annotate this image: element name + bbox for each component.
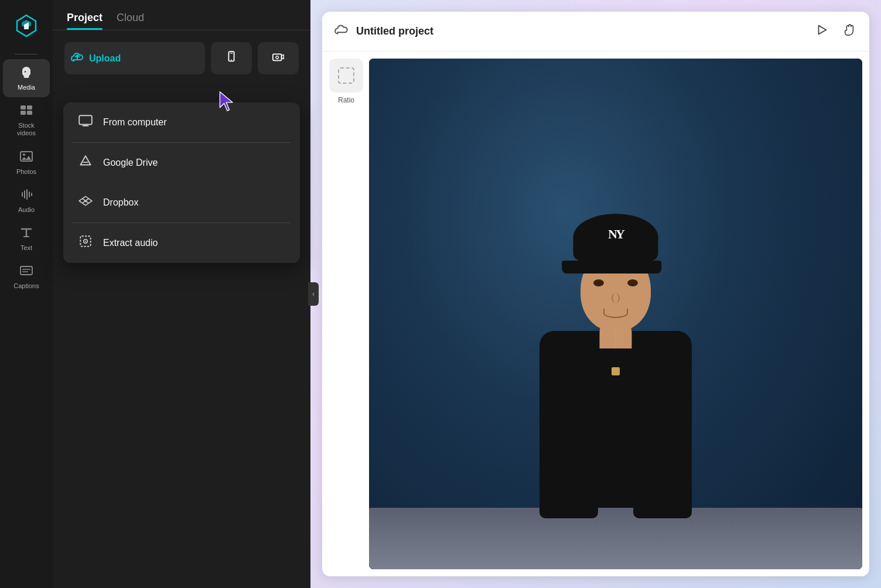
play-button[interactable] [813, 21, 831, 42]
sidebar-item-captions[interactable]: Captions [3, 258, 50, 296]
phone-button[interactable] [211, 42, 252, 74]
cap-logo: NY [608, 227, 623, 242]
person-container: NY [369, 59, 862, 569]
svg-rect-2 [21, 111, 26, 115]
arms [539, 471, 692, 518]
arm-left [539, 471, 598, 518]
video-preview-inner: NY [369, 59, 862, 569]
camera-button[interactable] [258, 42, 299, 74]
svg-rect-6 [21, 266, 32, 275]
computer-icon [77, 113, 94, 132]
dropdown-google-drive[interactable]: Google Drive [63, 143, 300, 183]
svg-rect-14 [79, 115, 92, 124]
sidebar-item-text[interactable]: Text [3, 220, 50, 258]
cap-brim [562, 261, 661, 274]
upload-button-group: Upload [53, 42, 310, 86]
captions-icon [19, 264, 33, 280]
google-drive-label: Google Drive [103, 158, 158, 168]
tab-project[interactable]: Project [67, 12, 103, 30]
upload-cloud-icon [70, 50, 84, 66]
preview-container: Untitled project [322, 12, 869, 576]
tab-divider [53, 30, 310, 30]
panel-collapse-handle[interactable]: ‹ [308, 282, 319, 306]
dropbox-icon [77, 193, 94, 212]
dropdown-from-computer[interactable]: From computer [63, 102, 300, 142]
camera-icon [272, 50, 285, 65]
preview-title: Untitled project [356, 25, 433, 37]
preview-cloud-icon [334, 22, 349, 41]
dropdown-extract-audio[interactable]: Extract audio [63, 223, 300, 263]
sidebar-item-stock-videos[interactable]: Stockvideos [3, 97, 50, 143]
preview-header: Untitled project [322, 12, 869, 52]
media-icon [19, 65, 33, 81]
phone-icon [225, 50, 238, 65]
nose [612, 293, 620, 303]
sidebar: Media Stockvideos Photos [0, 0, 53, 588]
sidebar-item-text-label: Text [21, 244, 32, 252]
google-drive-icon [77, 153, 94, 172]
svg-rect-0 [21, 105, 26, 110]
svg-point-19 [85, 241, 86, 242]
video-preview: NY [369, 59, 862, 569]
svg-point-10 [231, 60, 232, 61]
preview-header-left: Untitled project [334, 22, 433, 41]
sidebar-item-photos-label: Photos [16, 168, 36, 176]
svg-rect-12 [273, 54, 282, 60]
photos-icon [19, 149, 33, 166]
collapse-icon: ‹ [312, 290, 315, 298]
extract-audio-label: Extract audio [103, 238, 158, 248]
sidebar-item-audio[interactable]: Audio [3, 182, 50, 220]
dropbox-label: Dropbox [103, 197, 138, 208]
audio-icon [19, 187, 33, 204]
sidebar-item-audio-label: Audio [18, 206, 35, 214]
ratio-label: Ratio [338, 96, 354, 104]
svg-point-13 [276, 56, 279, 59]
cap-crown: NY [573, 214, 658, 261]
svg-rect-3 [27, 111, 32, 115]
svg-rect-1 [27, 105, 32, 110]
hand-tool-button[interactable] [840, 21, 858, 42]
from-computer-label: From computer [103, 117, 166, 128]
sidebar-item-media-label: Media [18, 84, 35, 91]
upload-dropdown: From computer Google Drive Dropbox [63, 102, 300, 263]
right-area: Untitled project [310, 0, 881, 588]
mouth [603, 309, 628, 318]
dropdown-dropbox[interactable]: Dropbox [63, 183, 300, 223]
extract-audio-icon [77, 234, 94, 252]
stock-videos-icon [19, 103, 33, 119]
upload-button-label: Upload [89, 53, 121, 64]
upload-button[interactable]: Upload [64, 42, 205, 74]
media-panel: Project Cloud Upload [53, 0, 310, 588]
sidebar-item-photos[interactable]: Photos [3, 143, 50, 182]
ratio-button[interactable] [329, 59, 363, 93]
eye-left [593, 279, 604, 286]
preview-header-right [813, 21, 858, 42]
tab-cloud[interactable]: Cloud [117, 12, 144, 30]
sidebar-divider [15, 54, 38, 54]
ratio-icon [338, 67, 354, 84]
arm-right [633, 471, 692, 518]
necklace-pendant [612, 367, 620, 375]
ratio-panel: Ratio [329, 59, 363, 569]
eye-right [627, 279, 638, 286]
svg-point-5 [23, 153, 25, 156]
text-icon [19, 225, 33, 242]
preview-canvas: Ratio [322, 52, 869, 576]
sidebar-item-stock-label: Stockvideos [17, 122, 36, 137]
sidebar-item-captions-label: Captions [13, 282, 39, 290]
media-panel-header: Project Cloud [53, 0, 310, 30]
app-logo[interactable] [12, 12, 40, 40]
sidebar-item-media[interactable]: Media [3, 59, 50, 97]
